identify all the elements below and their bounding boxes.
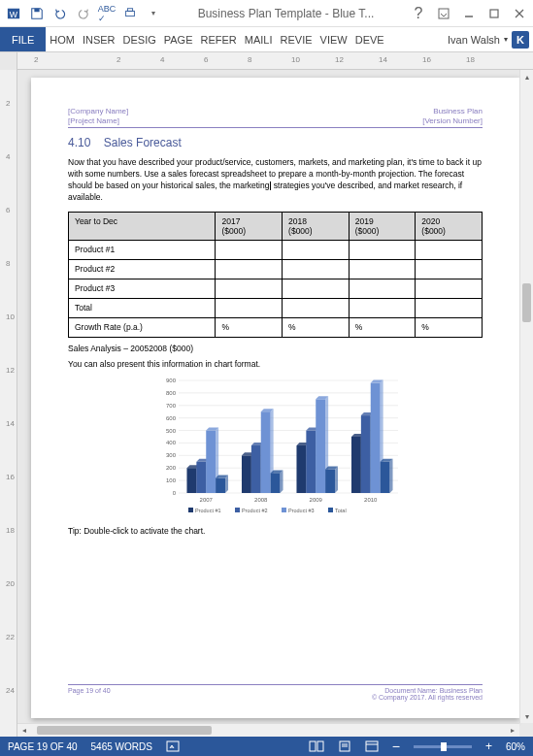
- print-layout-icon[interactable]: [338, 740, 351, 752]
- spellcheck-status-icon[interactable]: [166, 740, 180, 753]
- close-icon[interactable]: [510, 4, 529, 23]
- tab-insert[interactable]: INSER: [79, 27, 119, 51]
- svg-text:Product #2: Product #2: [242, 508, 268, 513]
- svg-rect-84: [235, 508, 240, 512]
- sales-chart[interactable]: 0100200300400500600700800900200720082009…: [150, 375, 402, 520]
- ruler-mark: 10: [291, 55, 300, 64]
- word-icon[interactable]: W: [4, 4, 23, 23]
- tab-design[interactable]: DESIG: [119, 27, 160, 51]
- scroll-right-icon[interactable]: ▸: [506, 724, 519, 737]
- scroll-up-icon[interactable]: ▴: [520, 70, 533, 83]
- read-mode-icon[interactable]: [309, 740, 324, 752]
- sales-forecast-table: Year to Dec 2017($000) 2018($000) 2019($…: [68, 212, 483, 338]
- svg-rect-2: [34, 8, 39, 12]
- col-year: Year to Dec: [69, 212, 216, 240]
- save-icon[interactable]: [27, 4, 47, 23]
- col-2018: 2018($000): [283, 212, 350, 240]
- ruler-corner: [0, 52, 17, 70]
- horizontal-scrollbar[interactable]: ◂ ▸: [17, 723, 519, 737]
- vertical-scrollbar[interactable]: ▴ ▾: [519, 70, 533, 723]
- ribbon-tabs: FILE HOM INSER DESIG PAGE REFER MAILI RE…: [0, 27, 533, 52]
- status-words[interactable]: 5465 WORDS: [91, 741, 152, 752]
- ruler-mark: 8: [6, 259, 10, 268]
- page-viewport: [Company Name] [Project Name] Business P…: [17, 70, 533, 737]
- svg-rect-64: [316, 399, 325, 493]
- user-badge: K: [512, 31, 529, 49]
- table-row: Product #3: [69, 279, 483, 298]
- svg-text:Total: Total: [335, 508, 347, 513]
- redo-icon[interactable]: [74, 4, 93, 23]
- ruler-mark: 4: [6, 152, 10, 161]
- svg-text:2008: 2008: [254, 497, 268, 503]
- status-page[interactable]: PAGE 19 OF 40: [8, 741, 78, 752]
- ruler-mark: 10: [6, 312, 15, 321]
- minimize-icon[interactable]: [459, 4, 479, 23]
- svg-text:0: 0: [172, 490, 176, 496]
- svg-marker-78: [389, 458, 392, 492]
- user-area[interactable]: Ivan Walsh ▾ K: [448, 27, 533, 51]
- maximize-icon[interactable]: [484, 4, 504, 23]
- svg-rect-71: [350, 437, 360, 493]
- tab-references[interactable]: REFER: [197, 27, 241, 51]
- scrollbar-thumb[interactable]: [522, 283, 531, 322]
- tab-review[interactable]: REVIE: [277, 27, 316, 51]
- ruler-mark: 14: [379, 55, 387, 64]
- zoom-level[interactable]: 60%: [506, 741, 525, 752]
- ruler-mark: 18: [6, 526, 15, 535]
- user-name: Ivan Walsh: [448, 34, 500, 46]
- svg-rect-4: [127, 8, 132, 11]
- spellcheck-icon[interactable]: ABC✓: [97, 4, 117, 23]
- ruler-mark: 20: [6, 579, 15, 588]
- web-layout-icon[interactable]: [365, 740, 379, 752]
- zoom-slider-thumb[interactable]: [441, 742, 447, 751]
- tab-mailings[interactable]: MAILI: [241, 27, 277, 51]
- svg-rect-96: [366, 741, 378, 751]
- svg-text:2007: 2007: [199, 497, 213, 503]
- scroll-left-icon[interactable]: ◂: [17, 724, 31, 737]
- ruler-mark: 18: [466, 55, 475, 64]
- svg-text:2009: 2009: [309, 497, 322, 503]
- undo-icon[interactable]: [50, 4, 70, 23]
- ruler-mark: 6: [6, 206, 10, 214]
- header-company: [Company Name]: [68, 107, 128, 115]
- svg-rect-41: [216, 477, 225, 492]
- ruler-mark: 12: [335, 55, 344, 64]
- tab-home[interactable]: HOM: [46, 27, 79, 51]
- svg-rect-82: [188, 508, 193, 512]
- scrollbar-thumb[interactable]: [37, 726, 212, 735]
- tab-developer[interactable]: DEVE: [351, 27, 388, 51]
- svg-text:2010: 2010: [364, 497, 378, 503]
- col-2017: 2017($000): [216, 212, 283, 240]
- qat-customize-icon[interactable]: ▾: [144, 4, 163, 23]
- footer-docname: Document Name: Business Plan: [384, 687, 483, 694]
- tab-page-layout[interactable]: PAGE: [160, 27, 197, 51]
- page-footer: Page 19 of 40 Document Name: Business Pl…: [68, 684, 483, 701]
- zoom-slider[interactable]: [414, 745, 472, 748]
- svg-rect-92: [317, 741, 323, 751]
- ribbon-options-icon[interactable]: [434, 4, 453, 23]
- svg-text:Product #1: Product #1: [195, 508, 221, 513]
- col-2020: 2020($000): [416, 212, 483, 240]
- ruler-mark: 14: [6, 419, 15, 428]
- document-page[interactable]: [Company Name] [Project Name] Business P…: [31, 78, 519, 718]
- ruler-mark: 8: [248, 55, 251, 64]
- tab-view[interactable]: VIEW: [316, 27, 351, 51]
- table-row: Product #1: [69, 240, 483, 259]
- ruler-mark: 2: [117, 55, 120, 64]
- svg-rect-45: [241, 455, 250, 493]
- file-tab[interactable]: FILE: [0, 27, 46, 51]
- svg-rect-77: [370, 382, 380, 492]
- table-row: Total: [69, 298, 483, 317]
- table-row: Product #2: [69, 259, 483, 279]
- scroll-down-icon[interactable]: ▾: [520, 709, 533, 723]
- zoom-out-icon[interactable]: −: [392, 739, 400, 754]
- section-title-text: Sales Forecast: [104, 136, 182, 149]
- zoom-in-icon[interactable]: +: [485, 740, 492, 753]
- quickprint-icon[interactable]: [120, 4, 140, 23]
- vertical-ruler[interactable]: 2 4 6 8 10 12 14 16 18 20 22 24: [0, 70, 17, 737]
- horizontal-ruler[interactable]: 2 2 4 6 8 10 12 14 16 18: [0, 52, 533, 70]
- svg-rect-54: [270, 473, 280, 493]
- svg-text:100: 100: [165, 477, 176, 483]
- help-icon[interactable]: ?: [409, 4, 428, 23]
- document-area: 2 4 6 8 10 12 14 16 18 20 22 24 [Company…: [0, 70, 533, 737]
